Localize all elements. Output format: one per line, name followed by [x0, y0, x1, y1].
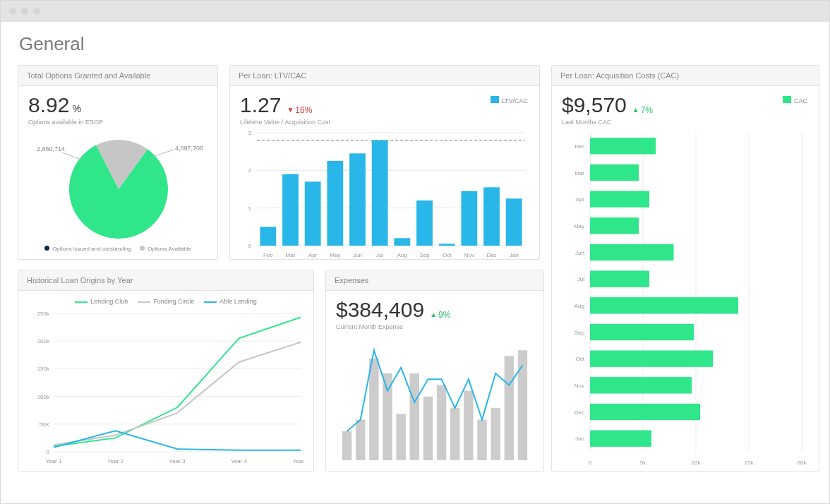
- svg-rect-62: [477, 420, 486, 460]
- window-dot-icon: [21, 8, 28, 15]
- svg-rect-54: [369, 359, 378, 460]
- svg-rect-56: [396, 414, 405, 460]
- svg-text:Dec: Dec: [575, 409, 584, 416]
- svg-line-0: [152, 150, 174, 157]
- svg-text:Mar: Mar: [575, 170, 584, 176]
- svg-text:0: 0: [248, 243, 252, 249]
- cac-hbar-chart: 05k10k15k20kFebMarAprMayJunJulAugSepOctN…: [562, 126, 809, 469]
- svg-text:Year 5: Year 5: [293, 458, 305, 464]
- svg-rect-59: [437, 385, 446, 460]
- triangle-down-icon: ▼: [287, 107, 294, 114]
- card-title: Historical Loan Origins by Year: [18, 270, 313, 291]
- card-cac: Per Loan: Acquisition Costs (CAC) $9,570…: [551, 65, 819, 472]
- svg-rect-53: [356, 420, 365, 460]
- svg-text:Jul: Jul: [577, 276, 584, 282]
- svg-text:Nov: Nov: [575, 383, 584, 389]
- svg-text:50K: 50K: [40, 421, 50, 428]
- svg-rect-57: [410, 373, 419, 460]
- svg-rect-63: [491, 408, 500, 460]
- svg-text:Year 3: Year 3: [169, 458, 186, 464]
- svg-rect-11: [260, 227, 276, 246]
- svg-rect-88: [590, 297, 738, 313]
- svg-text:Apr: Apr: [308, 252, 318, 258]
- legend-line-icon: [138, 301, 150, 303]
- svg-text:Jan: Jan: [575, 436, 584, 442]
- svg-text:200k: 200k: [37, 338, 50, 344]
- card-ltv-cac: Per Loan: LTV/CAC 1.27 ▼16% Lifetime Val…: [229, 65, 540, 260]
- svg-text:Mar: Mar: [286, 252, 296, 258]
- card-expenses: Expenses $384,409 ▲9% Current Month Expe…: [325, 270, 544, 472]
- card-title: Per Loan: Acquisition Costs (CAC): [552, 66, 819, 86]
- svg-rect-31: [483, 187, 500, 246]
- svg-text:Year 4: Year 4: [231, 458, 247, 464]
- metric-value: 1.27: [240, 93, 281, 117]
- legend-line-icon: [75, 301, 88, 303]
- card-title: Expenses: [326, 270, 543, 291]
- metric-delta-up: ▲7%: [632, 105, 653, 115]
- metric-value: $384,409: [336, 298, 424, 322]
- svg-text:5k: 5k: [640, 460, 646, 466]
- metric-subtitle: Lifetime Value / Acquisition Cost: [240, 119, 529, 126]
- svg-rect-92: [590, 350, 713, 366]
- legend-dot-icon: [44, 246, 49, 251]
- svg-text:Apr: Apr: [576, 196, 585, 203]
- svg-rect-65: [518, 350, 527, 460]
- svg-text:3: 3: [248, 130, 252, 136]
- card-historical: Historical Loan Origins by Year Lending …: [18, 270, 314, 472]
- svg-rect-25: [416, 200, 433, 246]
- svg-text:Feb: Feb: [263, 252, 273, 258]
- svg-rect-27: [439, 244, 455, 246]
- metric-subtitle: Options available in ESOP: [28, 119, 207, 126]
- svg-rect-19: [349, 153, 366, 246]
- options-legend: Options issued and outstanding Options A…: [28, 246, 207, 252]
- svg-rect-80: [590, 191, 649, 207]
- svg-text:10k: 10k: [692, 460, 702, 466]
- svg-text:20k: 20k: [798, 460, 807, 466]
- svg-text:15k: 15k: [745, 460, 754, 466]
- card-title: Total Options Granted and Available: [18, 66, 217, 86]
- page-title: General: [19, 33, 812, 55]
- metric-delta-up: ▲9%: [430, 310, 450, 320]
- ltv-cac-bar-chart: 0123FebMarAprMayJunJulAugSepOctNovDecJan: [240, 126, 529, 261]
- svg-rect-96: [590, 404, 700, 420]
- legend-dot-icon: [140, 246, 145, 251]
- browser-frame: General Total Options Granted and Availa…: [0, 0, 830, 504]
- svg-rect-78: [590, 164, 639, 181]
- svg-rect-94: [590, 377, 692, 393]
- window-dot-icon: [33, 8, 40, 15]
- svg-rect-90: [590, 324, 694, 340]
- svg-text:150k: 150k: [37, 366, 50, 372]
- legend-swatch-icon: [783, 96, 791, 103]
- svg-rect-29: [461, 191, 477, 246]
- svg-text:Aug: Aug: [397, 252, 407, 258]
- svg-rect-84: [590, 244, 674, 260]
- svg-rect-58: [423, 397, 433, 460]
- svg-text:Dec: Dec: [486, 252, 496, 258]
- svg-text:Nov: Nov: [464, 252, 474, 258]
- svg-text:Jun: Jun: [353, 252, 362, 258]
- svg-rect-21: [372, 140, 388, 246]
- metric-subtitle: Last Months CAC: [562, 119, 809, 126]
- card-title: Per Loan: LTV/CAC: [230, 66, 539, 86]
- metric-value: $9,570: [562, 93, 627, 117]
- svg-text:May: May: [574, 223, 584, 229]
- browser-titlebar: [1, 1, 829, 22]
- options-pie-chart: 4,097,708 2,860,714: [28, 126, 209, 246]
- svg-rect-82: [590, 217, 639, 234]
- legend-line-icon: [204, 301, 217, 303]
- metric-delta-down: ▼16%: [287, 105, 312, 115]
- svg-rect-98: [590, 430, 651, 446]
- svg-rect-64: [505, 356, 514, 460]
- svg-text:0: 0: [589, 460, 592, 466]
- svg-text:Jul: Jul: [376, 252, 383, 258]
- svg-rect-52: [342, 431, 351, 460]
- svg-text:Aug: Aug: [575, 303, 584, 309]
- svg-text:0: 0: [47, 449, 50, 455]
- svg-rect-61: [464, 391, 473, 460]
- svg-text:May: May: [330, 252, 340, 258]
- svg-text:250k: 250k: [37, 311, 50, 317]
- svg-text:Feb: Feb: [575, 143, 584, 150]
- expenses-combo-chart: [336, 330, 534, 464]
- pie-label-outstanding: 4,097,708: [175, 145, 203, 152]
- metric-subtitle: Current Month Expense: [336, 323, 534, 330]
